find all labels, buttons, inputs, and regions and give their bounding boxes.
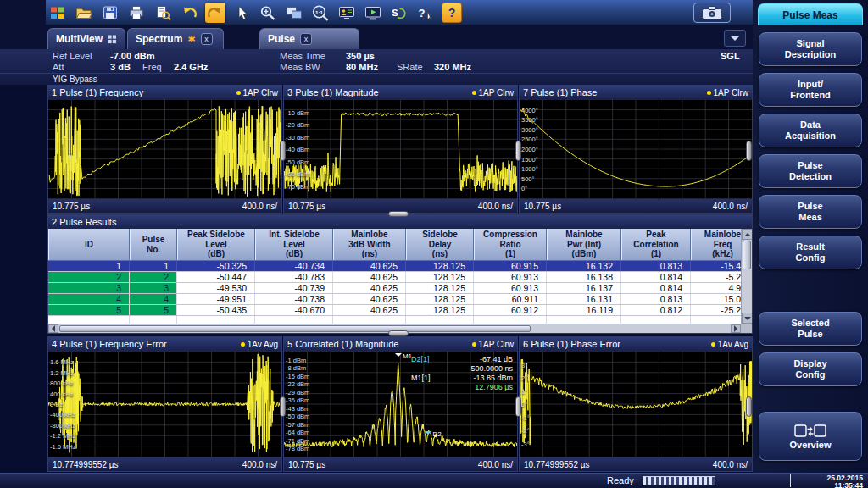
- plot-area[interactable]: -10 dBm-20 dBm-30 dBm-40 dBm-50 dBm-60 d…: [284, 99, 517, 199]
- marker-m1-icon[interactable]: M1: [395, 353, 402, 360]
- resize-grip[interactable]: [746, 396, 752, 417]
- column-header[interactable]: PulseNo.: [130, 229, 177, 260]
- column-header[interactable]: ID: [48, 229, 130, 260]
- cell-id: 2: [48, 272, 130, 282]
- marker-d2-icon[interactable]: D2: [425, 431, 431, 438]
- trace-label: 1AP Clrw: [714, 88, 749, 97]
- chart-window-correlated[interactable]: 5 Correlated (1) Magnitude1AP Clrw-1 dBm…: [283, 336, 518, 472]
- split-display-icon[interactable]: [284, 3, 304, 23]
- open-file-icon[interactable]: [74, 3, 94, 23]
- chart-window-magnitude[interactable]: 3 Pulse (1) Magnitude1AP Clrw-10 dBm-20 …: [283, 85, 518, 214]
- y-axis-label: -20 dBm: [286, 121, 309, 129]
- plot-area[interactable]: 1.6 MHz1.2 MHz800 kHz400 kHz0 Hz-400 kHz…: [48, 351, 281, 458]
- table-row[interactable]: 11-50.325-40.73440.625128.12560.91516.13…: [48, 261, 741, 272]
- sidebar-button-label: Meas: [798, 212, 822, 223]
- resize-grip[interactable]: [515, 396, 521, 417]
- sidebar-button-label: Pulse: [798, 329, 822, 340]
- column-header[interactable]: Mainlobe3dB Width(ns): [333, 229, 406, 260]
- scroll-down-button[interactable]: [742, 313, 752, 324]
- plot-area[interactable]: 3°2°1°0°-1°-2°-3°: [520, 351, 752, 458]
- chart-window-phase_error[interactable]: 6 Pulse (1) Phase Error1Av Avg3°2°1°0°-1…: [519, 336, 753, 472]
- table-row[interactable]: 44-49.951-40.73840.625128.12560.91116.13…: [48, 294, 741, 305]
- y-axis-label: -8 dBm: [286, 364, 306, 372]
- sidebar-header-tab[interactable]: Pulse Meas: [758, 3, 863, 25]
- tab-label: MultiView: [56, 33, 103, 45]
- resize-grip[interactable]: [280, 141, 286, 161]
- resize-grip[interactable]: [746, 141, 752, 161]
- close-tab-button[interactable]: x: [201, 33, 213, 45]
- plot-area[interactable]: [48, 99, 281, 199]
- print-icon[interactable]: [126, 3, 147, 23]
- sidebar-button-result-config[interactable]: ResultConfig: [759, 236, 862, 269]
- scroll-left-button[interactable]: [48, 324, 58, 333]
- resize-grip[interactable]: [388, 330, 409, 336]
- sidebar-button-data-acquisition[interactable]: DataAcquisition: [759, 114, 862, 147]
- chart-window-freq_error[interactable]: 4 Pulse (1) Frequency Error1Av Avg1.6 MH…: [47, 336, 282, 472]
- signal-flow-icon[interactable]: S: [389, 3, 409, 23]
- zoom-one-to-one-icon[interactable]: 1:1: [310, 3, 331, 23]
- vertical-scrollbar[interactable]: [741, 229, 752, 324]
- redo-icon[interactable]: [205, 3, 225, 23]
- column-header[interactable]: SidelobeDelay(ns): [406, 229, 474, 260]
- resize-grip[interactable]: [515, 141, 521, 161]
- resize-grip[interactable]: [388, 211, 409, 217]
- table-cell: 60.911: [474, 294, 547, 304]
- zoom-magnifier-icon[interactable]: [258, 3, 278, 23]
- x-axis-start: 10.774999552 µs: [53, 460, 119, 469]
- resize-grip[interactable]: [280, 396, 286, 417]
- print-preview-icon[interactable]: [153, 3, 173, 23]
- chart-window-phase[interactable]: 7 Pulse (1) Phase1AP Clrw4000°3500°3000°…: [519, 85, 753, 214]
- plot-area[interactable]: 4000°3500°3000°2500°2000°1500°1000°500°0…: [520, 99, 752, 199]
- x-axis-scale: 400.0 ns/: [242, 202, 277, 211]
- tab-list-dropdown-button[interactable]: [724, 30, 746, 47]
- y-axis-label: 2500°: [521, 136, 538, 143]
- chart-window-frequency[interactable]: 1 Pulse (1) Frequency1AP Clrw10.775 µs40…: [47, 85, 282, 214]
- y-axis-label: 0 Hz: [50, 401, 63, 408]
- scroll-right-button[interactable]: [731, 324, 741, 333]
- analyzer-screen: 1:1S?? MultiView Spectrum ✱ x Pulse x Re…: [0, 0, 868, 488]
- video-display-icon[interactable]: [363, 3, 383, 23]
- sidebar-button-pulse-detection[interactable]: PulseDetection: [759, 154, 862, 188]
- table-row[interactable]: 33-49.530-40.73940.625128.12560.91316.13…: [48, 283, 741, 294]
- column-header[interactable]: Int. SidelobeLevel(dB): [255, 229, 333, 260]
- column-header[interactable]: MainlobeFreq(kHz): [691, 229, 741, 260]
- x-axis-scale: 400.0 ns/: [478, 202, 513, 211]
- window-titlebar: 6 Pulse (1) Phase Error1Av Avg: [520, 337, 752, 351]
- cursor-select-icon[interactable]: [231, 3, 252, 23]
- table-row[interactable]: 22-50.447-40.78340.625128.12560.91316.13…: [48, 272, 741, 283]
- sidebar-button-signal-description[interactable]: SignalDescription: [759, 32, 862, 66]
- undo-icon[interactable]: [179, 3, 199, 23]
- screenshot-button[interactable]: [693, 3, 731, 23]
- column-header[interactable]: CompressionRatio(1): [474, 229, 547, 260]
- sidebar-button-selected-pulse[interactable]: SelectedPulse: [759, 312, 862, 346]
- tab-spectrum[interactable]: Spectrum ✱ x: [127, 28, 224, 49]
- save-file-icon[interactable]: [100, 3, 120, 23]
- windows-logo-icon[interactable]: [47, 3, 68, 23]
- user-display-icon[interactable]: [337, 3, 357, 23]
- close-tab-button[interactable]: x: [300, 33, 312, 45]
- sidebar-button-overview[interactable]: Overview: [759, 412, 862, 461]
- plot-area[interactable]: -1 dBm-8 dBm-15 dBm-22 dBm-29 dBm-36 dBm…: [284, 351, 517, 458]
- column-header[interactable]: PeakCorrelation(1): [621, 229, 691, 260]
- sidebar-button-display-config[interactable]: DisplayConfig: [759, 352, 862, 386]
- y-axis-label: 3000°: [521, 125, 538, 133]
- y-axis-label: 1.6 MHz: [50, 358, 74, 366]
- help-icon[interactable]: ?: [442, 3, 462, 23]
- sidebar-button-pulse-meas[interactable]: PulseMeas: [759, 195, 862, 229]
- table-cell: 0.812: [621, 305, 691, 315]
- vertical-scroll-thumb[interactable]: [743, 241, 751, 269]
- column-header[interactable]: Peak SidelobeLevel(dB): [177, 229, 255, 260]
- column-header[interactable]: MainlobePwr (Int)(dBm): [547, 229, 621, 260]
- tab-multiview[interactable]: MultiView: [47, 28, 125, 49]
- table-cell: -49.530: [177, 283, 255, 293]
- horizontal-scroll-thumb[interactable]: [59, 325, 531, 332]
- trace-color-dot: [236, 91, 241, 95]
- results-window[interactable]: 2 Pulse Results IDPulseNo.Peak SidelobeL…: [47, 214, 753, 334]
- scroll-up-button[interactable]: [742, 229, 752, 240]
- table-row[interactable]: 55-50.435-40.67040.625128.12560.91216.11…: [48, 305, 741, 316]
- help-cursor-icon[interactable]: ?: [415, 3, 436, 23]
- sidebar-button-label: Detection: [789, 171, 832, 182]
- y-axis-label: -10 dBm: [286, 108, 309, 116]
- sidebar-button-input-frontend[interactable]: Input/Frontend: [759, 73, 862, 107]
- tab-pulse[interactable]: Pulse x: [259, 28, 359, 49]
